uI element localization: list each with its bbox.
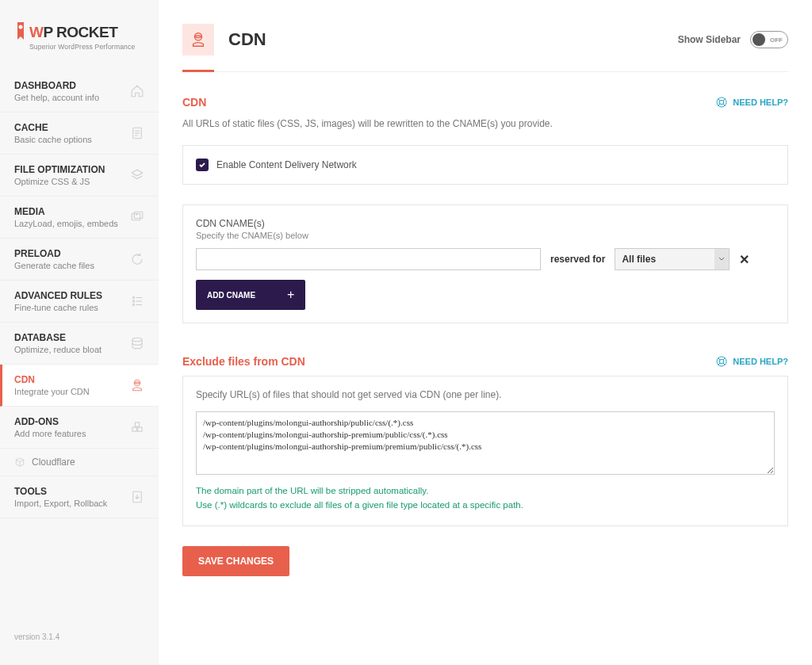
images-icon — [130, 210, 144, 224]
svg-point-22 — [720, 100, 724, 104]
page-icon — [182, 24, 214, 55]
helper-text: The domain part of the URL will be strip… — [196, 483, 775, 513]
page-header: CDN Show Sidebar OFF — [182, 24, 788, 72]
rocket-ribbon-icon — [14, 22, 27, 44]
svg-line-29 — [718, 357, 721, 360]
home-icon — [130, 84, 144, 98]
need-help-exclude[interactable]: NEED HELP? — [715, 355, 788, 368]
svg-line-26 — [723, 98, 726, 101]
exclude-textarea[interactable] — [196, 411, 775, 475]
main-content: CDN Show Sidebar OFF CDN NEED HELP? All … — [159, 0, 812, 665]
svg-point-10 — [132, 300, 134, 302]
sidebar-toggle[interactable]: OFF — [750, 31, 788, 48]
svg-rect-6 — [134, 212, 143, 218]
exclude-box: Specify URL(s) of files that should not … — [182, 376, 788, 526]
lifebuoy-icon — [715, 96, 728, 109]
blocks-icon — [130, 420, 144, 434]
nav-preload[interactable]: PRELOADGenerate cache files — [0, 239, 159, 281]
plus-icon: + — [287, 288, 294, 302]
svg-point-28 — [720, 359, 724, 363]
cname-sublabel: Specify the CNAME(s) below — [196, 231, 775, 240]
lifebuoy-icon — [715, 355, 728, 368]
nav-cdn[interactable]: CDNIntegrate your CDN — [0, 365, 159, 407]
svg-point-14 — [132, 338, 142, 342]
check-icon — [198, 161, 206, 169]
import-icon — [130, 490, 144, 504]
svg-line-23 — [718, 98, 721, 101]
section-cdn-title: CDN — [182, 96, 206, 109]
svg-line-25 — [718, 104, 721, 106]
svg-line-31 — [718, 363, 721, 365]
show-sidebar-label: Show Sidebar — [678, 34, 741, 45]
sliders-icon — [130, 294, 144, 308]
cname-section: CDN CNAME(s) Specify the CNAME(s) below … — [182, 204, 788, 323]
layers-icon — [130, 168, 144, 182]
cube-icon — [14, 457, 25, 468]
svg-rect-18 — [135, 422, 139, 426]
nav-database[interactable]: DATABASEOptimize, reduce bloat — [0, 323, 159, 365]
svg-line-30 — [723, 363, 726, 365]
remove-cname-button[interactable]: ✕ — [739, 252, 749, 267]
refresh-icon — [130, 252, 144, 266]
globe-hand-icon — [190, 31, 207, 48]
main-nav: DASHBOARDGet help, account info CACHEBas… — [0, 71, 159, 609]
svg-line-32 — [723, 357, 726, 360]
svg-rect-17 — [138, 427, 142, 431]
nav-media[interactable]: MEDIALazyLoad, emojis, embeds — [0, 197, 159, 239]
reserved-label: reserved for — [550, 254, 605, 265]
nav-dashboard[interactable]: DASHBOARDGet help, account info — [0, 71, 159, 113]
svg-line-24 — [723, 104, 726, 106]
database-icon — [130, 336, 144, 350]
cdn-description: All URLs of static files (CSS, JS, image… — [182, 117, 788, 131]
version-label: version 3.1.4 — [0, 609, 159, 665]
sidebar: WP ROCKET Superior WordPress Performance… — [0, 0, 159, 665]
logo: WP ROCKET Superior WordPress Performance — [0, 8, 159, 71]
enable-cdn-checkbox[interactable] — [196, 159, 209, 171]
document-icon — [130, 126, 144, 140]
nav-cache[interactable]: CACHEBasic cache options — [0, 113, 159, 155]
add-cname-button[interactable]: ADD CNAME+ — [196, 280, 305, 310]
exclude-description: Specify URL(s) of files that should not … — [196, 389, 775, 400]
svg-point-7 — [136, 214, 138, 216]
nav-tools[interactable]: TOOLSImport, Export, Rollback — [0, 476, 159, 518]
cname-input[interactable] — [196, 248, 541, 270]
enable-cdn-label: Enable Content Delivery Network — [216, 159, 357, 170]
nav-advanced-rules[interactable]: ADVANCED RULESFine-tune cache rules — [0, 281, 159, 323]
globe-hand-icon — [130, 378, 144, 392]
svg-point-12 — [132, 304, 134, 305]
nav-cloudflare[interactable]: Cloudflare — [0, 449, 159, 476]
svg-point-8 — [132, 296, 134, 298]
section-exclude-title: Exclude files from CDN — [182, 355, 305, 368]
nav-addons[interactable]: ADD-ONSAdd more features — [0, 407, 159, 449]
need-help-cdn[interactable]: NEED HELP? — [715, 96, 788, 109]
page-title: CDN — [228, 29, 266, 50]
filetype-select[interactable]: All files — [615, 248, 730, 270]
nav-file-optimization[interactable]: FILE OPTIMIZATIONOptimize CSS & JS — [0, 155, 159, 197]
svg-rect-16 — [132, 427, 136, 431]
cname-label: CDN CNAME(s) — [196, 218, 775, 229]
enable-cdn-box: Enable Content Delivery Network — [182, 145, 788, 185]
save-changes-button[interactable]: SAVE CHANGES — [182, 546, 289, 576]
svg-point-0 — [19, 25, 23, 29]
